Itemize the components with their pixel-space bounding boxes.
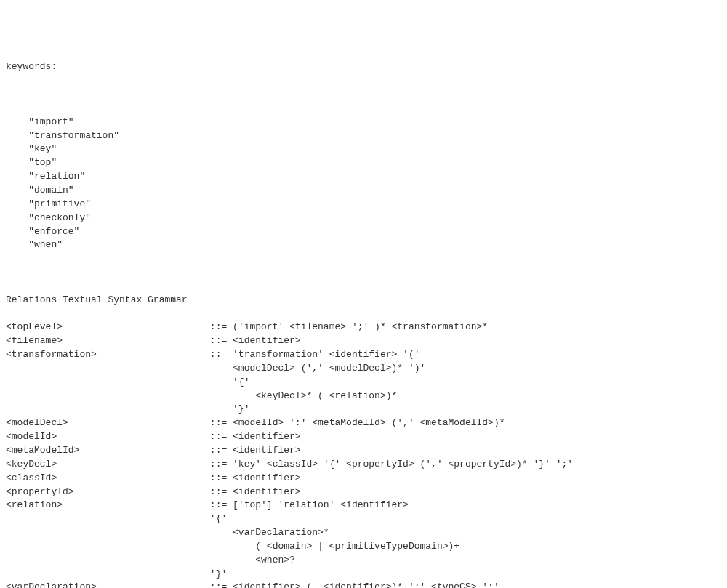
keyword-item: "when" (6, 238, 721, 252)
keyword-item: "top" (6, 156, 721, 170)
grammar-rule-cont: <varDeclaration>* (6, 526, 721, 540)
grammar-rule-cont: '{' (6, 512, 721, 526)
grammar-rule: <propertyId> ::= <identifier> (6, 486, 721, 499)
keyword-item: "relation" (6, 170, 721, 184)
keywords-header: keywords: (6, 60, 721, 74)
grammar-rule-cont: <modelDecl> (',' <modelDecl>)* ')' (6, 362, 721, 376)
grammar-rule: <transformation> ::= 'transformation' <i… (6, 348, 721, 362)
blank-line (6, 266, 721, 280)
grammar-rule-cont: '}' (6, 568, 721, 581)
blank-line (6, 88, 721, 102)
grammar-rule: <modelDecl> ::= <modelId> ':' <metaModel… (6, 416, 721, 430)
grammar-rule-cont: '}' (6, 403, 721, 416)
keyword-item: "key" (6, 142, 721, 156)
grammar-rule: <topLevel> ::= ('import' <filename> ';' … (6, 321, 721, 334)
grammar-rule-cont: ( <domain> | <primitiveTypeDomain>)+ (6, 540, 721, 554)
grammar-rule: <keyDecl> ::= 'key' <classId> '{' <prope… (6, 458, 721, 472)
grammar-rule-cont: <keyDecl>* ( <relation>)* (6, 390, 721, 403)
grammar-rule-cont: <when>? (6, 554, 721, 568)
keyword-item: "checkonly" (6, 212, 721, 225)
keyword-item: "import" (6, 116, 721, 129)
keyword-item: "transformation" (6, 129, 721, 143)
grammar-rule: <varDeclaration> ::= <identifier> (, <id… (6, 581, 721, 588)
keywords-list: "import" "transformation" "key" "top" "r… (6, 116, 721, 252)
keyword-item: "domain" (6, 184, 721, 198)
grammar-rule: <classId> ::= <identifier> (6, 472, 721, 486)
grammar-header: Relations Textual Syntax Grammar (6, 294, 721, 307)
grammar-rules: <topLevel> ::= ('import' <filename> ';' … (6, 321, 721, 588)
grammar-rule: <modelId> ::= <identifier> (6, 430, 721, 444)
grammar-rule: <metaModelId> ::= <identifier> (6, 444, 721, 458)
grammar-rule-cont: '{' (6, 376, 721, 390)
grammar-rule: <relation> ::= ['top'] 'relation' <ident… (6, 499, 721, 512)
grammar-rule: <filename> ::= <identifier> (6, 334, 721, 348)
keyword-item: "enforce" (6, 225, 721, 239)
keyword-item: "primitive" (6, 198, 721, 212)
